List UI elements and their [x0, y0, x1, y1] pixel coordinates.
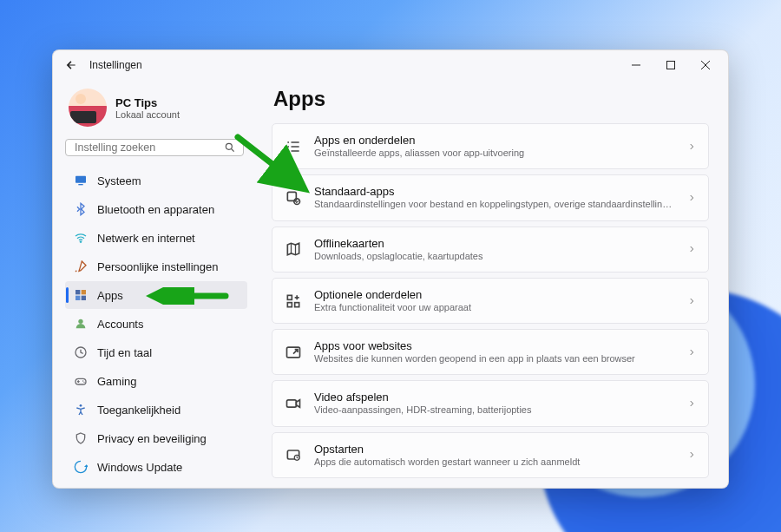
sidebar-item-apps[interactable]: Apps: [65, 281, 247, 309]
sidebar-item-label: Accounts: [97, 318, 143, 331]
gamepad-icon: [74, 374, 88, 388]
search-input[interactable]: [75, 141, 224, 154]
back-button[interactable]: [65, 59, 81, 71]
chevron-right-icon: [687, 194, 696, 202]
chevron-right-icon: [687, 142, 696, 151]
settings-window: Instellingen PC Tips Lokaal account Syst…: [52, 49, 729, 489]
svg-rect-3: [78, 184, 82, 185]
wifi-icon: [74, 231, 88, 245]
svg-point-1: [226, 143, 232, 149]
settings-card-apps-voor-websites[interactable]: Apps voor websites Websites die kunnen w…: [272, 329, 709, 375]
profile-name: PC Tips: [115, 96, 180, 109]
svg-point-11: [82, 380, 83, 381]
card-title: Opstarten: [314, 443, 675, 456]
sidebar-item-tijd-en-taal[interactable]: Tijd en taal: [65, 338, 247, 366]
card-subtitle: Standaardinstellingen voor bestand en ko…: [314, 198, 675, 210]
list-icon: [285, 138, 302, 155]
sidebar-item-label: Persoonlijke instellingen: [97, 260, 218, 273]
startup-icon: [285, 446, 302, 463]
svg-rect-4: [75, 290, 80, 294]
svg-rect-10: [75, 378, 86, 384]
svg-rect-20: [287, 400, 297, 407]
sidebar-item-label: Systeem: [97, 174, 141, 187]
sidebar-item-label: Bluetooth en apparaten: [97, 203, 214, 216]
svg-rect-2: [75, 176, 86, 183]
sidebar-item-bluetooth-en-apparaten[interactable]: Bluetooth en apparaten: [65, 195, 247, 223]
map-icon: [285, 240, 302, 258]
sidebar-item-accounts[interactable]: Accounts: [65, 310, 247, 338]
person-icon: [74, 317, 88, 331]
settings-card-opstarten[interactable]: Opstarten Apps die automatisch worden ge…: [272, 432, 709, 478]
page-title: Apps: [273, 87, 709, 111]
sidebar-item-label: Windows Update: [97, 461, 182, 474]
brush-icon: [74, 259, 88, 273]
link-icon: [285, 344, 302, 361]
maximize-button[interactable]: [653, 53, 688, 77]
card-title: Offlinekaarten: [314, 237, 675, 250]
add-grid-icon: [285, 292, 302, 310]
clock-icon: [74, 345, 88, 359]
accessibility-icon: [74, 403, 88, 417]
card-title: Video afspelen: [314, 391, 675, 404]
close-button[interactable]: [688, 53, 723, 77]
sidebar-item-privacy-en-beveiliging[interactable]: Privacy en beveiliging: [65, 424, 247, 452]
titlebar: Instellingen: [53, 50, 728, 80]
chevron-right-icon: [687, 297, 696, 305]
svg-rect-0: [667, 62, 675, 69]
sidebar-item-gaming[interactable]: Gaming: [65, 367, 247, 395]
update-icon: [74, 460, 88, 474]
minimize-button[interactable]: [619, 53, 653, 77]
monitor-icon: [74, 174, 88, 187]
chevron-right-icon: [687, 348, 696, 357]
settings-card-apps-en-onderdelen[interactable]: Apps en onderdelen Geïnstalleerde apps, …: [272, 123, 709, 169]
card-title: Apps en onderdelen: [314, 134, 675, 147]
chevron-right-icon: [687, 245, 696, 253]
svg-rect-17: [287, 302, 292, 306]
chevron-right-icon: [687, 450, 696, 459]
settings-card-offlinekaarten[interactable]: Offlinekaarten Downloads, opslaglocatie,…: [272, 227, 709, 273]
window-title: Instellingen: [89, 59, 619, 71]
sidebar-item-persoonlijke-instellingen[interactable]: Persoonlijke instellingen: [65, 253, 247, 280]
default-icon: [285, 189, 302, 207]
back-arrow-icon: [65, 59, 77, 71]
card-subtitle: Video-aanpassingen, HDR-streaming, batte…: [314, 404, 675, 416]
sidebar-item-label: Gaming: [97, 375, 137, 388]
main-content: Apps Apps en onderdelen Geïnstalleerde a…: [254, 80, 728, 488]
sidebar-item-toegankelijkheid[interactable]: Toegankelijkheid: [65, 396, 247, 424]
sidebar-item-label: Tijd en taal: [97, 346, 152, 359]
card-title: Apps voor websites: [314, 339, 675, 352]
svg-point-13: [80, 404, 82, 407]
sidebar-item-systeem[interactable]: Systeem: [65, 167, 247, 194]
search-box[interactable]: [65, 139, 244, 156]
settings-card-optionele-onderdelen[interactable]: Optionele onderdelen Extra functionalite…: [272, 278, 709, 324]
settings-card-video-afspelen[interactable]: Video afspelen Video-aanpassingen, HDR-s…: [272, 380, 709, 426]
sidebar-item-windows-update[interactable]: Windows Update: [65, 453, 247, 481]
sidebar-item-label: Netwerk en internet: [97, 232, 195, 245]
profile-block[interactable]: PC Tips Lokaal account: [65, 85, 247, 137]
video-icon: [285, 395, 302, 412]
svg-rect-6: [75, 296, 80, 300]
card-subtitle: Geïnstalleerde apps, aliassen voor app-u…: [314, 147, 675, 159]
svg-rect-7: [82, 296, 86, 300]
card-subtitle: Extra functionaliteit voor uw apparaat: [314, 301, 675, 313]
chevron-right-icon: [687, 399, 696, 408]
nav-list: SysteemBluetooth en apparatenNetwerk en …: [65, 167, 247, 481]
svg-rect-5: [82, 290, 86, 294]
svg-point-12: [83, 382, 84, 383]
apps-icon: [74, 288, 88, 302]
sidebar-item-label: Privacy en beveiliging: [97, 432, 207, 445]
profile-subtitle: Lokaal account: [115, 109, 180, 120]
settings-card-standaard-apps[interactable]: Standaard-apps Standaardinstellingen voo…: [272, 174, 709, 220]
shield-icon: [74, 431, 88, 445]
sidebar-item-netwerk-en-internet[interactable]: Netwerk en internet: [65, 224, 247, 252]
card-title: Optionele onderdelen: [314, 288, 675, 301]
card-title: Standaard-apps: [314, 185, 675, 198]
search-icon: [224, 141, 236, 154]
card-subtitle: Websites die kunnen worden geopend in ee…: [314, 352, 675, 365]
svg-rect-18: [295, 302, 299, 306]
svg-rect-16: [287, 295, 292, 299]
card-subtitle: Downloads, opslaglocatie, kaartupdates: [314, 250, 675, 262]
svg-point-8: [78, 319, 82, 324]
avatar: [69, 89, 107, 127]
card-subtitle: Apps die automatisch worden gestart wann…: [314, 456, 675, 468]
